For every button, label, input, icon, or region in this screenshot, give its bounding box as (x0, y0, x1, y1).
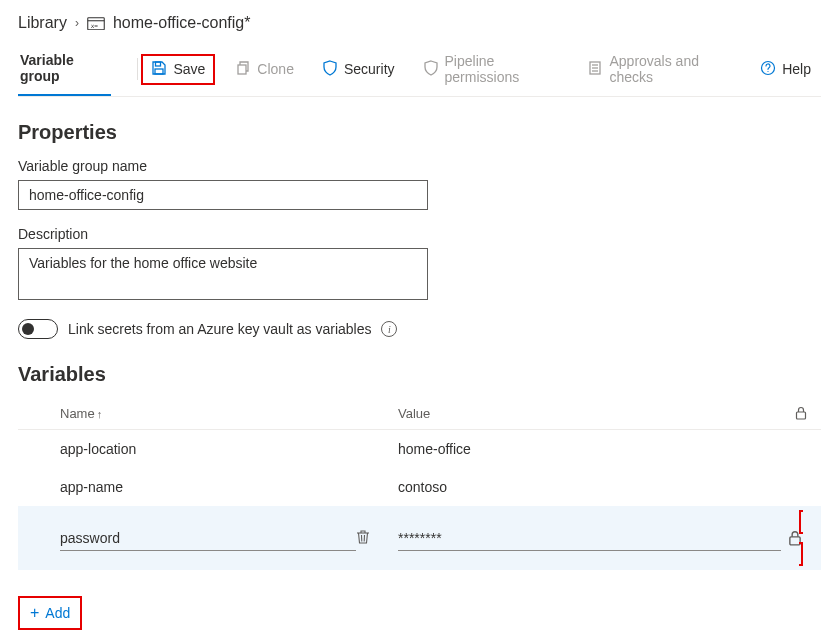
checklist-icon (587, 60, 603, 79)
variables-table: Name↑ Value app-location home-office app… (18, 400, 821, 570)
pipeline-permissions-label: Pipeline permissions (445, 53, 560, 85)
security-button[interactable]: Security (312, 54, 405, 85)
highlight-save: Save (141, 54, 215, 85)
clone-button[interactable]: Clone (225, 54, 304, 85)
table-row[interactable]: app-location home-office (18, 430, 821, 468)
add-variable-button[interactable]: + Add (20, 598, 80, 628)
svg-rect-3 (156, 62, 161, 66)
help-icon (760, 60, 776, 79)
svg-rect-15 (790, 537, 800, 545)
description-field-label: Description (18, 226, 821, 242)
header-lock (781, 406, 821, 423)
variable-value[interactable]: contoso (398, 479, 447, 495)
delete-icon[interactable] (356, 529, 370, 548)
toolbar-divider (137, 58, 138, 80)
svg-rect-4 (155, 69, 163, 74)
highlight-add: + Add (18, 596, 82, 630)
clone-label: Clone (257, 61, 294, 77)
help-label: Help (782, 61, 811, 77)
svg-rect-5 (238, 65, 246, 74)
table-row[interactable]: app-name contoso (18, 468, 821, 506)
sort-ascending-icon: ↑ (97, 408, 103, 420)
link-secrets-toggle[interactable] (18, 319, 58, 339)
variables-title: Variables (18, 363, 821, 386)
save-button[interactable]: Save (151, 60, 205, 79)
variable-group-icon: x= (87, 16, 105, 30)
plus-icon: + (30, 604, 39, 622)
add-label: Add (45, 605, 70, 621)
variable-name[interactable]: app-location (60, 441, 136, 457)
svg-text:x=: x= (91, 21, 99, 28)
highlight-lock (781, 510, 821, 566)
svg-rect-12 (797, 412, 806, 419)
properties-title: Properties (18, 121, 821, 144)
header-value[interactable]: Value (398, 406, 781, 423)
variable-name[interactable]: password (60, 526, 356, 551)
variable-group-name-input[interactable] (18, 180, 428, 210)
toolbar: Variable group Save (18, 42, 821, 97)
tab-variable-group[interactable]: Variable group (18, 42, 111, 96)
security-label: Security (344, 61, 395, 77)
help-button[interactable]: Help (750, 54, 821, 85)
breadcrumb-current: home-office-config* (113, 14, 251, 32)
svg-point-11 (768, 70, 769, 71)
description-input[interactable] (18, 248, 428, 300)
lock-icon[interactable] (781, 530, 809, 546)
approvals-label: Approvals and checks (609, 53, 732, 85)
shield-icon (322, 60, 338, 79)
pipeline-permissions-button[interactable]: Pipeline permissions (413, 47, 570, 91)
table-header: Name↑ Value (18, 400, 821, 430)
chevron-right-icon: › (75, 16, 79, 30)
name-field-label: Variable group name (18, 158, 821, 174)
table-row[interactable]: password ******** (18, 506, 821, 570)
header-name[interactable]: Name↑ (18, 406, 398, 423)
approvals-button[interactable]: Approvals and checks (577, 47, 742, 91)
toggle-thumb (22, 323, 34, 335)
variable-value[interactable]: home-office (398, 441, 471, 457)
breadcrumb: Library › x= home-office-config* (18, 10, 821, 42)
info-icon[interactable]: i (381, 321, 397, 337)
save-icon (151, 60, 167, 79)
save-label: Save (173, 61, 205, 77)
clone-icon (235, 60, 251, 79)
variable-name[interactable]: app-name (60, 479, 123, 495)
shield-outline-icon (423, 60, 439, 79)
variable-value[interactable]: ******** (398, 526, 781, 551)
link-secrets-label: Link secrets from an Azure key vault as … (68, 321, 371, 337)
breadcrumb-root[interactable]: Library (18, 14, 67, 32)
